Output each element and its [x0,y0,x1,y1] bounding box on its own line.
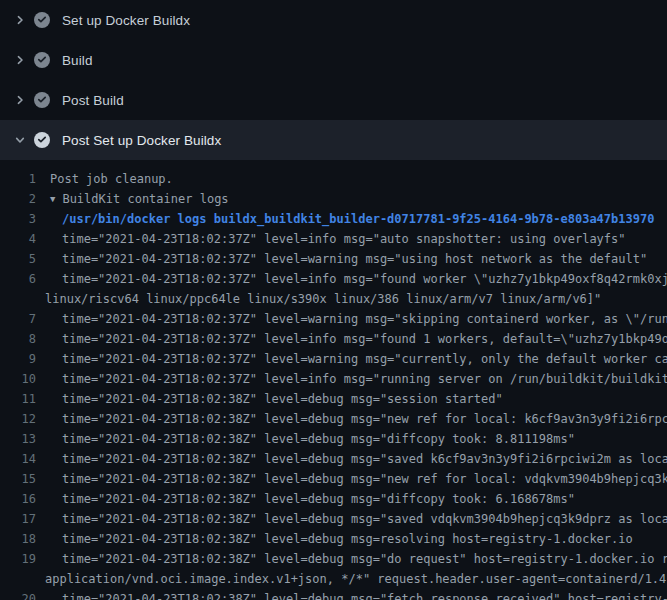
step-title: Post Set up Docker Buildx [62,133,221,148]
log-line-number[interactable]: 18 [0,529,36,549]
log-line: 20 time="2021-04-23T18:02:38Z" level=deb… [0,589,667,600]
log-line-text: time="2021-04-23T18:02:38Z" level=debug … [62,589,667,600]
log-line: 10 time="2021-04-23T18:02:37Z" level=inf… [0,369,667,389]
log-line-text: time="2021-04-23T18:02:38Z" level=debug … [62,409,667,429]
check-circle-icon [34,132,50,148]
log-line-number[interactable]: 15 [0,469,36,489]
group-toggle-icon[interactable]: ▼ [50,189,55,209]
chevron-right-icon [12,12,28,28]
log-line-number[interactable]: 19 [0,549,36,569]
log-line: 19 time="2021-04-23T18:02:38Z" level=deb… [0,549,667,569]
log-line-text: time="2021-04-23T18:02:37Z" level=info m… [62,269,667,289]
log-line-number[interactable]: 11 [0,389,36,409]
log-line-number[interactable]: 6 [0,269,36,289]
log-line: 16 time="2021-04-23T18:02:38Z" level=deb… [0,489,667,509]
log-line: 5 time="2021-04-23T18:02:37Z" level=warn… [0,249,667,269]
step-header-post-build[interactable]: Post Build [0,80,667,120]
step-list: Set up Docker Buildx Build P [0,0,667,160]
step-title: Set up Docker Buildx [62,13,190,28]
step-title: Build [62,53,93,68]
log-line: 8 time="2021-04-23T18:02:37Z" level=info… [0,329,667,349]
step-title: Post Build [62,93,124,108]
chevron-down-icon [12,132,28,148]
actions-log-viewer: Set up Docker Buildx Build P [0,0,667,600]
log-line-text: time="2021-04-23T18:02:37Z" level=info m… [62,369,667,389]
log-line-text: time="2021-04-23T18:02:38Z" level=debug … [62,509,667,529]
log-line-number[interactable]: 10 [0,369,36,389]
log-line: 17 time="2021-04-23T18:02:38Z" level=deb… [0,509,667,529]
log-line: 18 time="2021-04-23T18:02:38Z" level=deb… [0,529,667,549]
log-line-text: time="2021-04-23T18:02:38Z" level=debug … [62,429,575,449]
chevron-right-icon [12,52,28,68]
log-line-number[interactable]: 2 [0,189,36,209]
log-line: linux/riscv64 linux/ppc64le linux/s390x … [0,289,667,309]
log-line-number[interactable]: 1 [0,169,36,189]
log-line-text: time="2021-04-23T18:02:37Z" level=info m… [62,329,667,349]
log-line: 15 time="2021-04-23T18:02:38Z" level=deb… [0,469,667,489]
log-line-number[interactable]: 5 [0,249,36,269]
step-header-build[interactable]: Build [0,40,667,80]
check-circle-icon [34,52,50,68]
log-line-number[interactable]: 8 [0,329,36,349]
log-line: 7 time="2021-04-23T18:02:37Z" level=warn… [0,309,667,329]
log-line-text: time="2021-04-23T18:02:38Z" level=debug … [62,389,503,409]
log-line-text: time="2021-04-23T18:02:38Z" level=debug … [62,469,667,489]
log-line-text: ▼BuildKit container logs [50,189,229,209]
log-line-number[interactable] [0,289,36,309]
log-line-number[interactable]: 12 [0,409,36,429]
log-line: 14 time="2021-04-23T18:02:38Z" level=deb… [0,449,667,469]
log-line-text: Post job cleanup. [50,169,173,189]
check-circle-icon [34,12,50,28]
log-line-number[interactable]: 4 [0,229,36,249]
log-line-text: time="2021-04-23T18:02:37Z" level=warnin… [62,249,647,269]
log-line-text: linux/riscv64 linux/ppc64le linux/s390x … [45,289,601,309]
log-line-number[interactable]: 13 [0,429,36,449]
log-line-number[interactable]: 20 [0,589,36,600]
log-line: 11 time="2021-04-23T18:02:38Z" level=deb… [0,389,667,409]
log-line: 6 time="2021-04-23T18:02:37Z" level=info… [0,269,667,289]
log-line-text: time="2021-04-23T18:02:38Z" level=debug … [62,529,633,549]
log-line: 9 time="2021-04-23T18:02:37Z" level=warn… [0,349,667,369]
log-line-text: time="2021-04-23T18:02:37Z" level=info m… [62,229,626,249]
log-line-number[interactable] [0,569,36,589]
check-circle-icon [34,92,50,108]
log-command-text: /usr/bin/docker logs buildx_buildkit_bui… [62,209,654,229]
log-line-text: application/vnd.oci.image.index.v1+json,… [45,569,666,589]
step-header-set-up-docker-buildx[interactable]: Set up Docker Buildx [0,0,667,40]
log-line: 1 Post job cleanup. [0,169,667,189]
log-line-text: time="2021-04-23T18:02:38Z" level=debug … [62,549,667,569]
chevron-right-icon [12,92,28,108]
log-line-number[interactable]: 14 [0,449,36,469]
log-line-text: time="2021-04-23T18:02:37Z" level=warnin… [62,309,667,329]
log-line-text: time="2021-04-23T18:02:37Z" level=warnin… [62,349,667,369]
log-line: 4 time="2021-04-23T18:02:37Z" level=info… [0,229,667,249]
log-line-number[interactable]: 17 [0,509,36,529]
log-line-number[interactable]: 3 [0,209,36,229]
step-header-post-set-up-docker-buildx[interactable]: Post Set up Docker Buildx [0,120,667,160]
log-line-text: time="2021-04-23T18:02:38Z" level=debug … [62,489,575,509]
log-line-number[interactable]: 9 [0,349,36,369]
log-line: 12 time="2021-04-23T18:02:38Z" level=deb… [0,409,667,429]
log-line: 3 /usr/bin/docker logs buildx_buildkit_b… [0,209,667,229]
log-line-text: time="2021-04-23T18:02:38Z" level=debug … [62,449,667,469]
log-line: 2 ▼BuildKit container logs [0,189,667,209]
log-line-number[interactable]: 7 [0,309,36,329]
log-line: application/vnd.oci.image.index.v1+json,… [0,569,667,589]
log-output: 1 Post job cleanup. 2 ▼BuildKit containe… [0,160,667,600]
log-line: 13 time="2021-04-23T18:02:38Z" level=deb… [0,429,667,449]
log-line-number[interactable]: 16 [0,489,36,509]
